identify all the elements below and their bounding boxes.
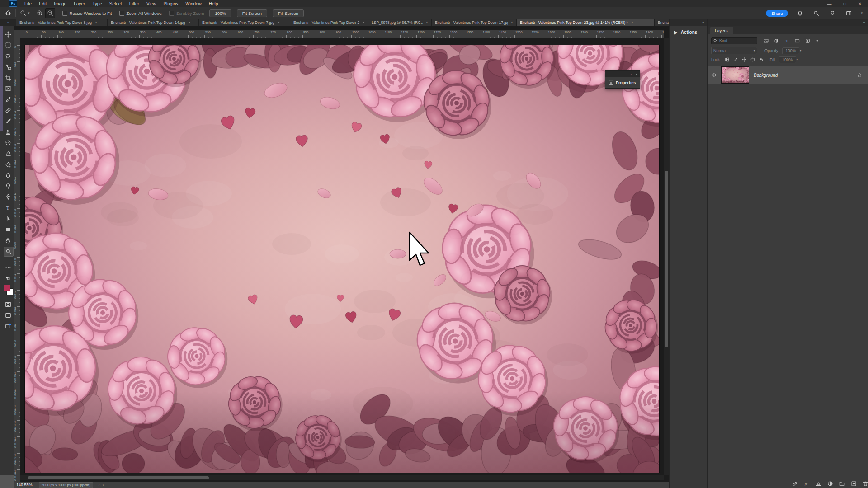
crop-tool[interactable] (4, 73, 13, 82)
tab-close-icon[interactable]: × (631, 20, 633, 25)
zoom-out-icon[interactable] (45, 8, 55, 18)
menu-plugins[interactable]: Plugins (160, 1, 182, 6)
zoom-in-icon[interactable] (35, 9, 44, 18)
document-tab-2[interactable]: Enchanti - Valentines Pink Top Down-14.j… (108, 19, 199, 26)
zoom-level[interactable]: 140.55% (16, 483, 33, 487)
pen-tool[interactable] (4, 192, 13, 202)
foreground-color-swatch[interactable] (4, 285, 10, 291)
menu-select[interactable]: Select (106, 1, 126, 6)
blur-tool[interactable] (4, 171, 13, 180)
brush-tool[interactable] (4, 117, 13, 126)
menu-file[interactable]: File (21, 1, 35, 6)
spot-healing-tool[interactable] (4, 106, 13, 115)
eraser-tool[interactable] (4, 149, 13, 158)
checkbox-box[interactable] (62, 11, 67, 16)
checkbox-resize-windows-to-fit[interactable]: Resize Windows to Fit (62, 11, 112, 16)
photoshop-logo-icon[interactable]: Ps (9, 0, 17, 7)
link-layers-icon[interactable] (792, 481, 798, 487)
gradient-tool[interactable] (4, 160, 13, 169)
document-dimensions[interactable]: 2000 px x 1333 px (300 ppcm) (39, 482, 93, 488)
capture-icon[interactable] (4, 322, 13, 331)
tab-scroll-left-icon[interactable]: » (0, 19, 16, 26)
tab-close-icon[interactable]: × (95, 20, 97, 25)
eyedropper-tool[interactable] (4, 95, 13, 104)
document-tab-3[interactable]: Enchanti - Valentines Pink Top Down-7.jp… (199, 19, 290, 26)
checkbox-zoom-all-windows[interactable]: Zoom All Windows (119, 11, 162, 16)
lasso-tool[interactable] (4, 52, 13, 61)
menu-view[interactable]: View (143, 1, 160, 6)
menu-edit[interactable]: Edit (35, 1, 50, 6)
notifications-bell-icon[interactable] (795, 9, 804, 18)
collapse-panel-icon[interactable]: » (630, 72, 632, 76)
lock-artboard-icon[interactable] (750, 57, 755, 62)
layer-visibility-eye-icon[interactable] (709, 70, 718, 80)
history-brush-tool[interactable] (4, 138, 13, 147)
horizontal-scrollbar[interactable] (20, 475, 664, 480)
type-layer-filter-icon[interactable]: T (784, 38, 789, 43)
collapse-dock-icon[interactable]: » (863, 20, 865, 25)
layer-effects-icon[interactable]: fx (804, 481, 810, 487)
status-popup-chevron-2[interactable]: ‹ (103, 483, 104, 487)
document-tab-1[interactable]: Enchanti - Valentines Pink Top Down-8.jp… (16, 19, 108, 26)
adjustment-layer-icon[interactable] (827, 481, 833, 487)
document-tab-7[interactable]: Enchanti - Valentines Pink Top Down-23.j… (517, 19, 655, 26)
home-icon[interactable] (4, 9, 13, 18)
lock-position-icon[interactable] (742, 57, 746, 62)
smart-object-filter-icon[interactable] (805, 38, 810, 43)
zoom-tool-icon[interactable] (19, 9, 28, 18)
edit-toolbar-ellipsis-icon[interactable] (4, 263, 13, 272)
ruler-corner[interactable] (14, 30, 20, 38)
panel-menu-icon[interactable]: ≡ (862, 28, 868, 34)
hand-tool[interactable] (4, 236, 13, 245)
properties-panel-tab[interactable]: Properties (605, 77, 640, 88)
canvas-image[interactable] (25, 45, 659, 473)
status-popup-chevron[interactable]: › (99, 483, 100, 487)
tab-layers[interactable]: Layers (710, 27, 733, 34)
minimize-icon[interactable]: — (827, 1, 832, 6)
lock-paint-icon[interactable] (733, 57, 738, 62)
screen-mode-icon[interactable] (4, 311, 13, 320)
layer-name[interactable]: Background (754, 73, 778, 78)
tab-close-icon[interactable]: × (278, 20, 280, 25)
quick-mask-icon[interactable] (4, 300, 13, 309)
maximize-icon[interactable]: □ (844, 1, 846, 6)
pixel-layer-filter-icon[interactable] (764, 38, 769, 43)
document-tab-6[interactable]: Enchanti - Valentines Pink Top Down-17.j… (432, 19, 517, 26)
tab-close-icon[interactable]: × (189, 20, 191, 25)
menu-filter[interactable]: Filter (126, 1, 143, 6)
rectangle-tool[interactable] (4, 225, 13, 234)
delete-layer-icon[interactable] (863, 481, 868, 487)
close-icon[interactable]: ✕ (858, 1, 862, 6)
close-panel-icon[interactable]: × (635, 72, 637, 76)
move-tool[interactable] (4, 30, 13, 39)
tab-close-icon[interactable]: × (426, 20, 428, 25)
document-tab-4[interactable]: Enchanti - Valentines Pink Top Down-21.j… (290, 19, 368, 26)
document-tab-5[interactable]: LSP_5978.jpg @ 66.7% (RG…× (368, 19, 432, 26)
fill-value[interactable]: 100% (779, 56, 796, 63)
horizontal-scrollbar-thumb[interactable] (28, 476, 209, 479)
tab-close-icon[interactable]: × (511, 20, 513, 25)
menu-window[interactable]: Window (182, 1, 205, 6)
type-tool[interactable]: T (4, 203, 13, 212)
tab-close-icon[interactable]: × (363, 20, 365, 25)
lock-transparency-icon[interactable] (725, 57, 729, 62)
shape-layer-filter-icon[interactable] (795, 38, 800, 43)
discover-lightbulb-icon[interactable] (828, 9, 837, 18)
swap-colors-icon[interactable] (4, 274, 13, 283)
button-fitscreen[interactable]: Fit Screen (237, 9, 267, 17)
menu-help[interactable]: Help (205, 1, 222, 6)
expand-dock-icon[interactable]: « (702, 20, 704, 25)
actions-panel-button[interactable]: ▶ Actions (670, 26, 708, 35)
vertical-scrollbar[interactable] (664, 38, 669, 475)
checkbox-box[interactable] (119, 11, 124, 16)
menu-image[interactable]: Image (50, 1, 70, 6)
layer-search-input[interactable]: Kind (711, 37, 757, 44)
menu-type[interactable]: Type (89, 1, 106, 6)
share-button[interactable]: Share (766, 10, 788, 17)
ruler-left[interactable]: 05 01 0 01 5 02 0 02 5 03 0 03 5 04 0 04… (14, 38, 20, 485)
blend-mode-select[interactable]: Normal ▾ (711, 47, 757, 54)
new-layer-icon[interactable] (851, 481, 857, 487)
search-icon[interactable] (811, 9, 821, 18)
filter-toggle-icon[interactable] (816, 39, 819, 42)
button-100[interactable]: 100% (209, 9, 231, 17)
